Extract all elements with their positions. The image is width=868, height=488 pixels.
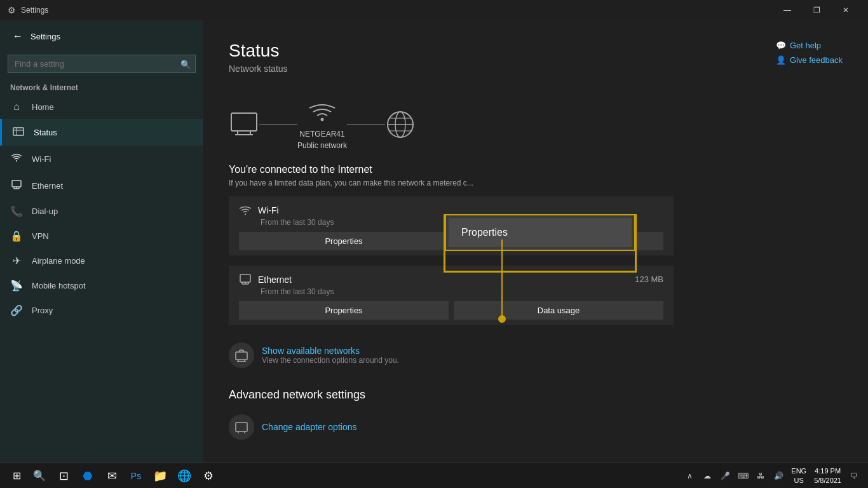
sidebar-item-vpn-label: VPN: [32, 231, 49, 241]
sidebar-item-status[interactable]: Status: [0, 119, 203, 146]
home-icon: ⌂: [10, 101, 23, 112]
show-networks-icon: [229, 342, 254, 368]
hotspot-icon: 📡: [10, 280, 23, 292]
sidebar-item-wifi-label: Wi-Fi: [32, 154, 51, 164]
sidebar-item-dialup-label: Dial-up: [32, 207, 58, 216]
sidebar: ← Settings 🔍 Network & Internet ⌂ Home S…: [0, 20, 203, 463]
taskbar-task-view[interactable]: ⊡: [52, 463, 75, 489]
give-feedback-link[interactable]: 👤 Give feedback: [776, 55, 843, 65]
titlebar-title: Settings: [21, 6, 48, 15]
tray-cloud[interactable]: ☁: [700, 468, 715, 484]
change-adapter-label: Change adapter options: [262, 422, 356, 432]
taskbar-chrome[interactable]: 🌐: [173, 463, 196, 489]
tray-mic[interactable]: 🎤: [717, 468, 733, 484]
sidebar-item-ethernet-label: Ethernet: [32, 181, 63, 191]
ethernet-card-label: Ethernet: [258, 274, 292, 285]
sidebar-item-status-label: Status: [34, 128, 57, 137]
wifi-card-name: Wi-Fi: [239, 204, 279, 217]
tray-network[interactable]: 🖧: [753, 468, 768, 484]
sidebar-item-hotspot-label: Mobile hotspot: [32, 281, 86, 290]
taskbar-edge[interactable]: ⬣: [76, 463, 99, 489]
sidebar-item-hotspot[interactable]: 📡 Mobile hotspot: [0, 273, 203, 298]
get-help-label: Get help: [790, 41, 821, 50]
wifi-properties-button[interactable]: Properties: [239, 232, 449, 250]
ethernet-network-card: Ethernet 123 MB From the last 30 days Pr…: [229, 266, 674, 325]
tray-chevron[interactable]: ∧: [682, 468, 697, 484]
ethernet-data-usage-button[interactable]: Data usage: [454, 301, 663, 320]
net-line-2: [347, 124, 385, 125]
properties-popup-label: Properties: [461, 227, 508, 238]
sidebar-item-vpn[interactable]: 🔒 VPN: [0, 224, 203, 248]
start-button[interactable]: ⊞: [4, 463, 29, 489]
sidebar-item-dialup[interactable]: 📞 Dial-up: [0, 199, 203, 224]
tray-clock[interactable]: 4:19 PM 5/8/2021: [811, 466, 844, 485]
sidebar-item-home-label: Home: [32, 102, 54, 112]
wifi-router-container: NETGEAR41 Public network: [297, 99, 347, 150]
connected-text: You're connected to the Internet: [229, 164, 843, 175]
vpn-icon: 🔒: [10, 230, 23, 242]
wifi-card-icon: [239, 204, 252, 217]
network-name-label: NETGEAR41: [299, 130, 344, 139]
sidebar-item-home[interactable]: ⌂ Home: [0, 95, 203, 119]
tray-notification[interactable]: 🗨: [846, 468, 862, 484]
search-icon: 🔍: [180, 59, 191, 69]
close-button[interactable]: ✕: [831, 0, 860, 20]
sidebar-item-proxy-label: Proxy: [32, 306, 53, 315]
sidebar-item-airplane[interactable]: ✈ Airplane mode: [0, 248, 203, 273]
maximize-button[interactable]: ❐: [802, 0, 831, 20]
ethernet-card-name: Ethernet: [239, 273, 292, 286]
sidebar-section-title: Network & Internet: [0, 78, 203, 95]
adapter-icon: [229, 414, 254, 440]
ethernet-card-sub: From the last 30 days: [261, 287, 663, 296]
taskbar-settings[interactable]: ⚙: [197, 463, 220, 489]
change-adapter-options[interactable]: Change adapter options: [229, 409, 674, 445]
taskbar-tray: ∧ ☁ 🎤 ⌨ 🖧 🔊 ENGUS 4:19 PM 5/8/2021 🗨: [682, 466, 864, 485]
content-area: Status 💬 Get help 👤 Give feedback Networ…: [203, 20, 868, 463]
properties-popup[interactable]: Properties: [445, 214, 635, 251]
sidebar-app-title: Settings: [31, 32, 60, 41]
taskbar-photoshop[interactable]: Ps: [125, 463, 147, 489]
ethernet-properties-button[interactable]: Properties: [239, 301, 449, 320]
show-networks-text: Show available networks View the connect…: [262, 346, 399, 365]
computer-svg: [229, 112, 259, 137]
svg-point-3: [16, 161, 17, 162]
sidebar-item-proxy[interactable]: 🔗 Proxy: [0, 298, 203, 323]
settings-icon: ⚙: [8, 5, 16, 15]
ethernet-card-icon: [239, 273, 252, 286]
minimize-button[interactable]: —: [773, 0, 802, 20]
page-title: Status: [229, 41, 843, 61]
tray-keyboard[interactable]: ⌨: [735, 468, 750, 484]
svg-rect-27: [236, 352, 247, 360]
svg-rect-0: [13, 128, 24, 135]
taskbar: ⊞ 🔍 ⊡ ⬣ ✉ Ps 📁 🌐 ⚙ ∧ ☁ 🎤 ⌨ 🖧 🔊 ENGUS 4:1…: [0, 463, 868, 488]
app-container: ← Settings 🔍 Network & Internet ⌂ Home S…: [0, 20, 868, 463]
taskbar-search-button[interactable]: 🔍: [29, 466, 50, 486]
show-networks[interactable]: Show available networks View the connect…: [229, 335, 674, 376]
globe-svg: [385, 109, 416, 140]
tray-date: 5/8/2021: [814, 476, 841, 485]
get-help-link[interactable]: 💬 Get help: [776, 41, 843, 50]
taskbar-icons: ⊡ ⬣ ✉ Ps 📁 🌐 ⚙: [52, 463, 220, 489]
network-diagram: NETGEAR41 Public network: [229, 86, 843, 156]
ethernet-card-header: Ethernet 123 MB: [239, 273, 663, 286]
wifi-card-label: Wi-Fi: [258, 205, 279, 215]
sidebar-item-wifi[interactable]: Wi-Fi: [0, 146, 203, 172]
back-button[interactable]: ←: [10, 28, 25, 44]
taskbar-mail[interactable]: ✉: [100, 463, 123, 489]
give-feedback-label: Give feedback: [790, 55, 843, 65]
tray-volume[interactable]: 🔊: [771, 468, 786, 484]
ethernet-card-usage: 123 MB: [635, 274, 663, 284]
properties-popup-inner: Properties: [449, 218, 632, 247]
taskbar-explorer[interactable]: 📁: [149, 463, 172, 489]
feedback-icon: 👤: [776, 55, 786, 65]
search-input[interactable]: [8, 55, 196, 73]
show-networks-sub: View the connection options around you.: [262, 356, 399, 365]
show-networks-svg: [234, 348, 248, 362]
sidebar-item-ethernet[interactable]: Ethernet: [0, 172, 203, 199]
search-box: 🔍: [8, 55, 196, 73]
ethernet-card-buttons: Properties Data usage: [239, 301, 663, 320]
tray-language[interactable]: ENGUS: [789, 466, 809, 485]
dialup-icon: 📞: [10, 205, 23, 217]
help-links: 💬 Get help 👤 Give feedback: [776, 41, 843, 65]
svg-rect-34: [236, 423, 247, 431]
